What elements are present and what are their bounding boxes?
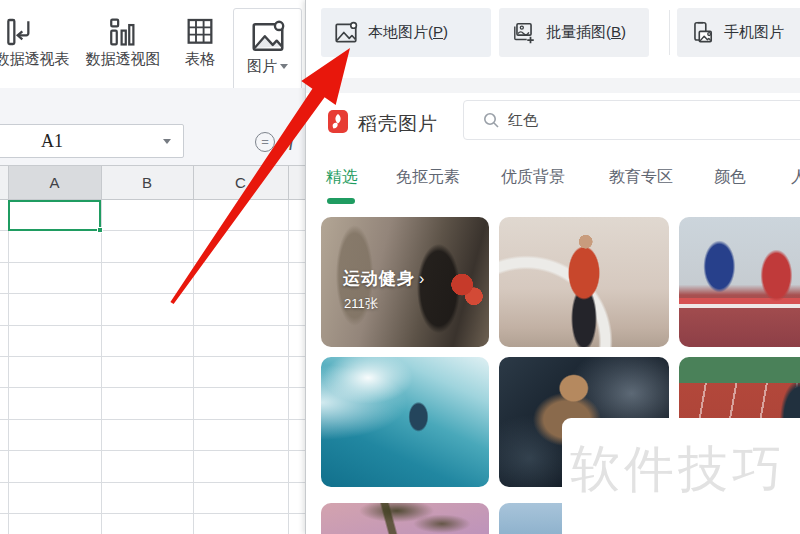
picture-icon (249, 17, 287, 57)
header-divider (193, 166, 194, 199)
collection-count: 211张 (344, 295, 378, 313)
gridline (8, 200, 9, 534)
menu-item-batch-insert[interactable]: 批量插图(B) (499, 8, 649, 57)
tab-people[interactable]: 人 (791, 167, 800, 188)
header-divider (288, 166, 289, 199)
column-header-row: A B C (0, 166, 305, 200)
tab-colors[interactable]: 颜色 (714, 167, 746, 188)
header-divider (8, 166, 9, 199)
fill-handle[interactable] (97, 227, 103, 233)
docer-brand-title: 稻壳图片 (358, 111, 438, 137)
local-picture-icon (333, 20, 359, 46)
cell-grid[interactable] (0, 200, 305, 534)
tab-featured[interactable]: 精选 (326, 167, 358, 188)
active-cell-selection[interactable] (8, 200, 101, 231)
image-card-surfer[interactable] (321, 357, 489, 487)
menu-item-label: 本地图片(P) (368, 23, 448, 42)
tab-quality-backgrounds[interactable]: 优质背景 (501, 167, 565, 188)
docer-logo-icon (328, 110, 348, 133)
header-divider (101, 166, 102, 199)
menu-item-local-picture[interactable]: 本地图片(P) (321, 8, 491, 57)
image-card-jogger[interactable] (499, 217, 669, 347)
chevron-right-icon: › (419, 270, 425, 287)
cell-reference: A1 (0, 131, 143, 152)
column-header-b[interactable]: B (101, 166, 193, 199)
column-header-a[interactable]: A (8, 166, 101, 199)
name-box-caret-icon[interactable] (163, 139, 171, 144)
column-header-c[interactable]: C (193, 166, 288, 199)
circled-equals-icon[interactable]: = (255, 132, 275, 152)
collection-title: 运动健身› (343, 267, 425, 290)
menu-divider (669, 10, 670, 55)
tab-education-zone[interactable]: 教育专区 (609, 167, 673, 188)
ribbon-item-label: 数据透视表 (0, 50, 80, 69)
pivot-table-icon (3, 14, 35, 50)
ribbon-item-label: 表格 (178, 50, 222, 69)
fx-insert-function[interactable]: f (289, 126, 295, 151)
search-icon (483, 112, 500, 129)
ribbon-item-table[interactable]: 表格 (178, 14, 222, 69)
spreadsheet-area: 数据透视表 数据透视图 表格 (0, 0, 305, 534)
wps-picture-dropdown-screen: 数据透视表 数据透视图 表格 (0, 0, 800, 534)
gridline (101, 200, 102, 534)
tab-cutout-elements[interactable]: 免抠元素 (396, 167, 460, 188)
dropdown-caret-icon (280, 64, 288, 69)
menu-item-label: 手机图片 (724, 23, 784, 42)
watermark-text: 软件技巧 (570, 436, 786, 503)
ribbon-item-label: 图片 (247, 57, 277, 76)
table-icon (184, 14, 216, 50)
batch-insert-icon (511, 20, 537, 46)
formula-bar: A1 = f (0, 88, 305, 166)
ribbon-item-pivot-table[interactable]: 数据透视表 (0, 14, 80, 69)
search-box[interactable] (463, 100, 800, 140)
watermark-overlay: 软件技巧 (562, 418, 800, 534)
gridline (193, 200, 194, 534)
search-input[interactable] (506, 101, 796, 139)
section-divider (306, 78, 800, 93)
phone-picture-icon (689, 20, 715, 46)
menu-item-label: 批量插图(B) (546, 23, 626, 42)
pivot-chart-icon (106, 14, 140, 50)
gridline (288, 200, 289, 534)
image-card-fitness-collection[interactable]: 运动健身› 211张 (321, 217, 489, 347)
menu-item-phone-picture[interactable]: 手机图片 (677, 8, 800, 57)
active-tab-indicator (327, 198, 355, 204)
image-card-palm[interactable] (321, 503, 489, 534)
ribbon: 数据透视表 数据透视图 表格 (0, 0, 305, 88)
name-box[interactable]: A1 (0, 124, 184, 158)
picture-dropdown-panel: 本地图片(P) 批量插图(B) 手机图片 (305, 0, 800, 534)
ribbon-item-pivot-chart[interactable]: 数据透视图 (77, 14, 169, 69)
ribbon-item-label: 数据透视图 (77, 50, 169, 69)
image-card-hurdles[interactable] (679, 217, 800, 347)
